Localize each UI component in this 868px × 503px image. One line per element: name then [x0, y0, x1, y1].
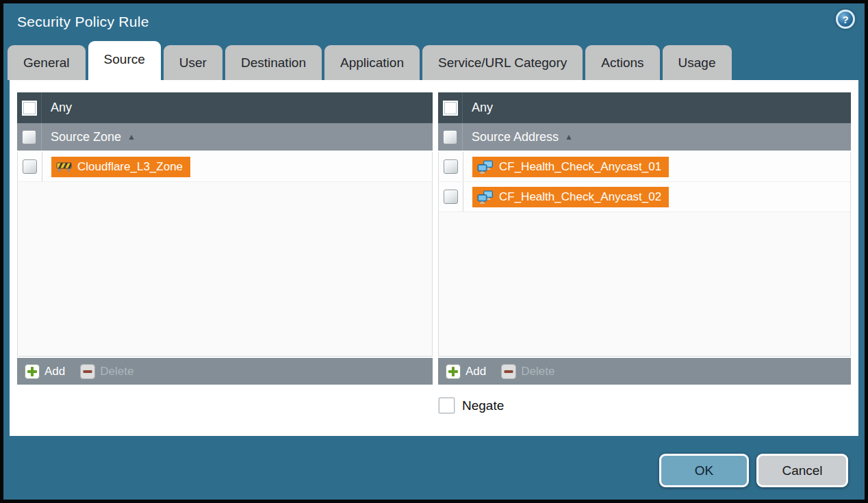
tab-actions[interactable]: Actions	[585, 45, 659, 80]
add-icon	[446, 364, 461, 379]
zone-chip-label: Cloudflare_L3_Zone	[77, 160, 183, 174]
zone-list: Cloudflare_L3_Zone	[17, 152, 433, 357]
tab-usage[interactable]: Usage	[663, 45, 732, 80]
tab-general[interactable]: General	[8, 45, 86, 80]
negate-row: Negate	[439, 398, 504, 413]
zone-delete-label: Delete	[100, 365, 133, 378]
address-row-checkbox[interactable]	[444, 190, 458, 204]
address-row[interactable]: CF_Health_Check_Anycast_01	[439, 152, 850, 182]
delete-icon	[80, 364, 95, 379]
zone-any-label: Any	[51, 101, 72, 115]
address-any-row: Any	[438, 92, 851, 123]
sort-asc-icon: ▲	[565, 132, 573, 142]
tab-application[interactable]: Application	[324, 45, 420, 80]
zone-row[interactable]: Cloudflare_L3_Zone	[18, 152, 432, 182]
negate-label: Negate	[462, 398, 504, 413]
dialog-titlebar: Security Policy Rule ?	[3, 3, 865, 43]
zone-add-button[interactable]: Add	[25, 364, 65, 379]
security-policy-rule-dialog: Security Policy Rule ? General Source Us…	[0, 0, 868, 503]
address-chip[interactable]: CF_Health_Check_Anycast_02	[472, 187, 669, 207]
negate-checkbox[interactable]	[439, 398, 455, 413]
address-panel-footer: Add Delete	[438, 358, 851, 385]
help-icon[interactable]: ?	[836, 10, 855, 29]
address-column-header[interactable]: Source Address ▲	[438, 123, 851, 151]
zone-column-label: Source Zone	[51, 130, 121, 144]
zone-any-row: Any	[17, 92, 433, 123]
address-list: CF_Health_Check_Anycast_01	[438, 152, 851, 357]
zone-select-all-cell	[17, 123, 42, 151]
source-address-panel: Any Source Address ▲	[438, 92, 851, 385]
zone-panel-footer: Add Delete	[17, 358, 433, 385]
zone-chip[interactable]: Cloudflare_L3_Zone	[51, 157, 190, 177]
address-select-all-checkbox[interactable]	[443, 130, 457, 144]
tab-destination[interactable]: Destination	[225, 45, 322, 80]
address-icon	[477, 190, 494, 204]
address-any-label: Any	[472, 101, 493, 115]
zone-row-checkbox[interactable]	[23, 159, 37, 174]
source-zone-panel: Any Source Zone ▲	[17, 92, 433, 385]
address-select-all-cell	[438, 123, 463, 151]
address-row-checkbox[interactable]	[444, 159, 458, 174]
tab-bar: General Source User Destination Applicat…	[8, 45, 732, 80]
address-any-checkbox-cell	[438, 92, 463, 123]
address-chip-label: CF_Health_Check_Anycast_01	[499, 160, 661, 174]
tab-user[interactable]: User	[164, 45, 222, 80]
dialog-title: Security Policy Rule	[17, 14, 149, 30]
address-row-checkbox-cell	[439, 182, 463, 211]
sort-asc-icon: ▲	[127, 132, 136, 142]
address-chip[interactable]: CF_Health_Check_Anycast_01	[472, 157, 669, 177]
tab-source[interactable]: Source	[88, 41, 161, 80]
address-add-button[interactable]: Add	[446, 364, 486, 379]
zone-column-header[interactable]: Source Zone ▲	[17, 123, 433, 151]
ok-button[interactable]: OK	[659, 454, 749, 487]
add-icon	[25, 364, 40, 379]
address-delete-button[interactable]: Delete	[501, 364, 554, 379]
address-icon	[477, 160, 494, 174]
address-row[interactable]: CF_Health_Check_Anycast_02	[439, 182, 850, 212]
cancel-button[interactable]: Cancel	[756, 454, 848, 487]
address-delete-label: Delete	[521, 365, 554, 378]
zone-delete-button[interactable]: Delete	[80, 364, 133, 379]
zone-row-checkbox-cell	[18, 152, 42, 181]
address-any-checkbox[interactable]	[443, 101, 458, 116]
tab-service-url-category[interactable]: Service/URL Category	[422, 45, 583, 80]
address-chip-label: CF_Health_Check_Anycast_02	[499, 190, 661, 204]
address-column-label: Source Address	[472, 130, 559, 144]
address-row-checkbox-cell	[439, 152, 463, 181]
address-add-label: Add	[465, 365, 486, 378]
zone-add-label: Add	[44, 365, 65, 378]
dialog-content: Any Source Zone ▲	[10, 80, 858, 436]
zone-select-all-checkbox[interactable]	[22, 130, 36, 144]
zone-any-checkbox-cell	[17, 92, 42, 123]
zone-any-checkbox[interactable]	[22, 101, 37, 116]
delete-icon	[501, 364, 516, 379]
zone-icon	[56, 161, 72, 172]
